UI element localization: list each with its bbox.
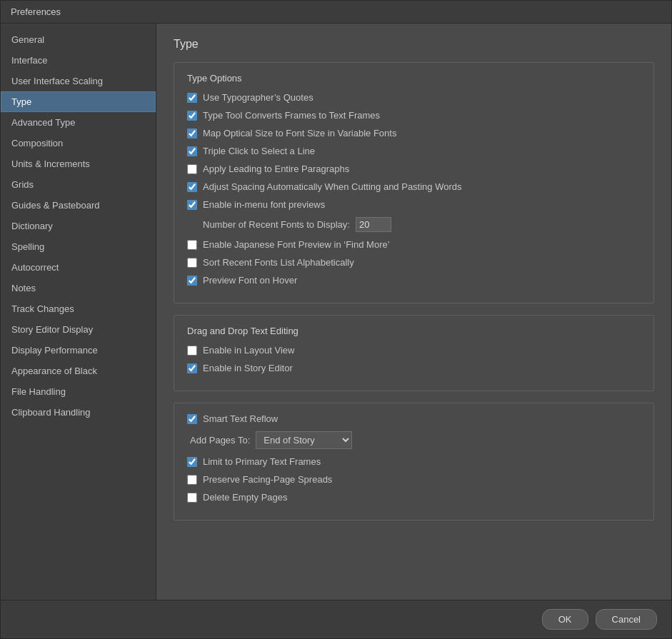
recent-fonts-label: Number of Recent Fonts to Display: <box>203 219 350 230</box>
add-pages-label: Add Pages To: <box>190 435 250 446</box>
preferences-dialog: Preferences GeneralInterfaceUser Interfa… <box>0 0 672 639</box>
ok-button[interactable]: OK <box>542 609 588 630</box>
cb6-row: Adjust Spacing Automatically When Cuttin… <box>187 181 641 192</box>
cb7-row: Enable in-menu font previews <box>187 199 641 210</box>
cb2-label: Type Tool Converts Frames to Text Frames <box>203 110 380 121</box>
recent-fonts-input[interactable] <box>356 217 391 232</box>
drag-drop-section: Drag and Drop Text Editing Enable in Lay… <box>174 315 654 391</box>
sidebar-item-appearance-of-black[interactable]: Appearance of Black <box>1 361 156 381</box>
sidebar-item-spelling[interactable]: Spelling <box>1 236 156 257</box>
cb13-label: Limit to Primary Text Frames <box>203 456 321 467</box>
cb1-row: Use Typographer’s Quotes <box>187 92 641 103</box>
cb8-checkbox[interactable] <box>187 240 197 250</box>
sidebar-item-autocorrect[interactable]: Autocorrect <box>1 257 156 278</box>
cb13-checkbox[interactable] <box>187 457 197 467</box>
sidebar-item-track-changes[interactable]: Track Changes <box>1 298 156 319</box>
smart-text-reflow-label: Smart Text Reflow <box>203 413 278 424</box>
cb4-label: Triple Click to Select a Line <box>203 146 315 156</box>
sidebar-item-story-editor-display[interactable]: Story Editor Display <box>1 319 156 340</box>
cb15-checkbox[interactable] <box>187 493 197 503</box>
sidebar-item-advanced-type[interactable]: Advanced Type <box>1 112 156 133</box>
sidebar-item-clipboard-handling[interactable]: Clipboard Handling <box>1 402 156 423</box>
main-panel: Type Type Options Use Typographer’s Quot… <box>156 24 671 600</box>
cb6-checkbox[interactable] <box>187 182 197 192</box>
recent-fonts-row: Number of Recent Fonts to Display: <box>187 217 641 232</box>
sidebar-item-user-interface-scaling[interactable]: User Interface Scaling <box>1 71 156 91</box>
cb5-label: Apply Leading to Entire Paragraphs <box>203 163 349 174</box>
cb14-row: Preserve Facing-Page Spreads <box>187 474 641 485</box>
cb3-label: Map Optical Size to Font Size in Variabl… <box>203 128 396 139</box>
cb5-checkbox[interactable] <box>187 164 197 174</box>
cb12-label: Enable in Story Editor <box>203 363 293 373</box>
sidebar-item-interface[interactable]: Interface <box>1 50 156 71</box>
cb7-checkbox[interactable] <box>187 200 197 210</box>
sidebar: GeneralInterfaceUser Interface ScalingTy… <box>1 24 156 600</box>
cb4-checkbox[interactable] <box>187 146 197 156</box>
sidebar-item-notes[interactable]: Notes <box>1 278 156 298</box>
smart-reflow-section: Smart Text Reflow Add Pages To: End of S… <box>174 403 654 520</box>
cb8-label: Enable Japanese Font Preview in ‘Find Mo… <box>203 239 390 250</box>
cb10-label: Preview Font on Hover <box>203 275 297 286</box>
cb3-row: Map Optical Size to Font Size in Variabl… <box>187 128 641 139</box>
add-pages-row: Add Pages To: End of StoryEnd of Documen… <box>187 431 641 449</box>
cb9-label: Sort Recent Fonts List Alphabetically <box>203 257 354 268</box>
cb5-row: Apply Leading to Entire Paragraphs <box>187 163 641 174</box>
type-options-title: Type Options <box>187 73 641 84</box>
cb2-row: Type Tool Converts Frames to Text Frames <box>187 110 641 121</box>
type-options-section: Type Options Use Typographer’s QuotesTyp… <box>174 62 654 303</box>
cb12-row: Enable in Story Editor <box>187 363 641 373</box>
smart-text-reflow-row: Smart Text Reflow <box>187 413 641 424</box>
cb3-checkbox[interactable] <box>187 129 197 139</box>
add-pages-select[interactable]: End of StoryEnd of DocumentEnd of Sectio… <box>256 431 352 449</box>
content-area: GeneralInterfaceUser Interface ScalingTy… <box>1 24 671 600</box>
cb15-row: Delete Empty Pages <box>187 492 641 503</box>
cb15-label: Delete Empty Pages <box>203 492 288 503</box>
cb6-label: Adjust Spacing Automatically When Cuttin… <box>203 181 462 192</box>
cb13-row: Limit to Primary Text Frames <box>187 456 641 467</box>
cb10-row: Preview Font on Hover <box>187 275 641 286</box>
cb14-checkbox[interactable] <box>187 475 197 485</box>
cb1-label: Use Typographer’s Quotes <box>203 92 314 103</box>
cb11-row: Enable in Layout View <box>187 345 641 356</box>
cb9-row: Sort Recent Fonts List Alphabetically <box>187 257 641 268</box>
cb14-label: Preserve Facing-Page Spreads <box>203 474 332 485</box>
cb11-checkbox[interactable] <box>187 346 197 356</box>
dialog-title: Preferences <box>11 6 61 17</box>
sidebar-item-type[interactable]: Type <box>1 91 156 112</box>
sidebar-item-composition[interactable]: Composition <box>1 133 156 154</box>
sidebar-item-guides--pasteboard[interactable]: Guides & Pasteboard <box>1 195 156 216</box>
cb9-checkbox[interactable] <box>187 258 197 268</box>
sidebar-item-units--increments[interactable]: Units & Increments <box>1 154 156 174</box>
cb4-row: Triple Click to Select a Line <box>187 146 641 156</box>
sidebar-item-display-performance[interactable]: Display Performance <box>1 340 156 361</box>
cb10-checkbox[interactable] <box>187 276 197 286</box>
cb11-label: Enable in Layout View <box>203 345 294 356</box>
sidebar-item-grids[interactable]: Grids <box>1 174 156 195</box>
page-title: Type <box>174 38 654 51</box>
drag-drop-title: Drag and Drop Text Editing <box>187 326 641 336</box>
cb12-checkbox[interactable] <box>187 363 197 373</box>
cb7-label: Enable in-menu font previews <box>203 199 325 210</box>
sidebar-item-dictionary[interactable]: Dictionary <box>1 216 156 236</box>
cancel-button[interactable]: Cancel <box>596 609 657 630</box>
cb1-checkbox[interactable] <box>187 93 197 103</box>
smart-text-reflow-checkbox[interactable] <box>187 414 197 424</box>
sidebar-item-file-handling[interactable]: File Handling <box>1 381 156 402</box>
footer: OK Cancel <box>1 600 671 638</box>
cb8-row: Enable Japanese Font Preview in ‘Find Mo… <box>187 239 641 250</box>
cb2-checkbox[interactable] <box>187 111 197 121</box>
titlebar: Preferences <box>1 1 671 24</box>
sidebar-item-general[interactable]: General <box>1 29 156 50</box>
